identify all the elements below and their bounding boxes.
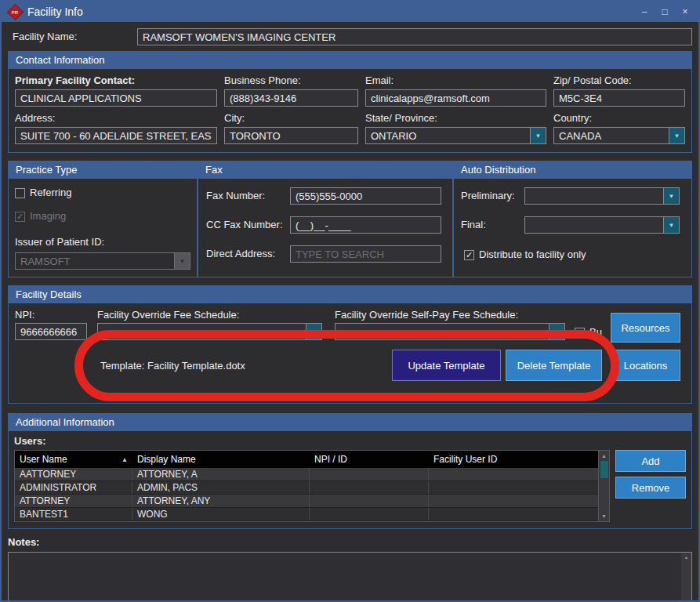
maximize-button[interactable]: □ <box>655 3 675 20</box>
scroll-up-icon[interactable]: ▲ <box>601 451 607 461</box>
facility-name-input[interactable] <box>137 28 692 45</box>
additional-information-header: Additional Information <box>9 414 691 431</box>
selfpay-fee-schedule-input[interactable] <box>335 323 549 340</box>
cell-npi-id <box>310 468 429 481</box>
address-label: Address: <box>15 112 217 125</box>
additional-information-section: Additional Information Users: User Name … <box>8 413 692 529</box>
scrollbar-thumb[interactable] <box>600 461 608 478</box>
column-header-facility-user-id[interactable]: Facility User ID <box>429 451 598 468</box>
checkbox-unchecked-icon <box>15 188 25 198</box>
primary-contact-input[interactable] <box>15 89 217 107</box>
email-input[interactable] <box>365 89 546 107</box>
state-dropdown[interactable]: ▼ <box>365 127 546 144</box>
scroll-down-icon[interactable]: ▼ <box>601 511 607 521</box>
practice-type-section: Practice Type Referring ✓ Imaging Issuer… <box>8 161 198 277</box>
cell-npi-id <box>310 508 429 520</box>
chevron-down-icon: ▼ <box>674 132 680 140</box>
fee-schedule-input[interactable] <box>97 323 306 340</box>
cell-user-name: ADMINISTRATOR <box>15 481 132 494</box>
direct-address-input[interactable] <box>290 245 441 263</box>
npi-input[interactable] <box>15 323 87 340</box>
fax-section: Fax Fax Number: CC Fax Number: Direct Ad… <box>198 161 453 277</box>
distribute-checkbox[interactable]: ✓ Distribute to facility only <box>464 248 684 261</box>
direct-address-label: Direct Address: <box>206 248 290 260</box>
imaging-checkbox: ✓ Imaging <box>15 210 190 223</box>
preliminary-input[interactable] <box>524 187 663 205</box>
checkbox-unchecked-icon <box>575 328 585 338</box>
facility-details-section: Facility Details NPI: Facility Override … <box>8 285 692 404</box>
distribute-label: Distribute to facility only <box>479 248 586 261</box>
notes-label: Notes: <box>8 536 692 549</box>
users-table-header: User Name ▲ Display Name NPI / ID Facili… <box>15 451 598 468</box>
update-template-button[interactable]: Update Template <box>392 350 501 381</box>
business-phone-label: Business Phone: <box>224 74 358 87</box>
scroll-up-icon[interactable]: ▲ <box>684 553 689 561</box>
final-dropdown[interactable]: ▼ <box>524 216 680 234</box>
facility-name-label: Facility Name: <box>13 31 137 43</box>
notes-scrollbar[interactable]: ▲ ▼ <box>681 553 691 602</box>
city-input[interactable] <box>224 127 358 144</box>
minimize-button[interactable]: – <box>634 3 655 20</box>
issuer-input <box>15 252 174 270</box>
resources-button[interactable]: Resources <box>611 313 680 343</box>
table-row[interactable]: BANTEST1 WONG <box>15 508 598 521</box>
table-row[interactable]: ADMINISTRATOR ADMIN, PACS <box>15 481 598 495</box>
cc-fax-number-label: CC Fax Number: <box>206 219 290 231</box>
country-label: Country: <box>553 112 685 125</box>
add-user-button[interactable]: Add <box>615 450 686 472</box>
issuer-dropdown-button: ▼ <box>174 252 190 270</box>
npi-label: NPI: <box>15 309 34 321</box>
table-row[interactable]: AATTORNEY ATTORNEY, A <box>15 468 598 481</box>
column-header-npi-id[interactable]: NPI / ID <box>310 451 429 468</box>
imaging-label: Imaging <box>30 210 66 223</box>
cell-npi-id <box>310 495 429 507</box>
cell-facility-user-id <box>429 481 598 494</box>
contact-information-header: Contact Information <box>9 52 691 69</box>
preliminary-label: Preliminary: <box>461 190 524 202</box>
final-input[interactable] <box>524 216 663 234</box>
partially-hidden-checkbox[interactable]: Bu <box>575 326 602 339</box>
auto-distribution-header: Auto Distribution <box>454 161 691 179</box>
fax-number-input[interactable] <box>290 187 441 205</box>
cell-facility-user-id <box>429 508 598 520</box>
users-table-scrollbar[interactable]: ▲ ▼ <box>598 451 609 521</box>
fee-schedule-dropdown-button[interactable]: ▼ <box>306 323 322 340</box>
cell-user-name: BANTEST1 <box>15 508 132 520</box>
preliminary-dropdown[interactable]: ▼ <box>524 187 680 205</box>
selfpay-fee-schedule-dropdown-button[interactable]: ▼ <box>549 323 565 340</box>
cell-display-name: ATTORNEY, ANY <box>132 495 310 507</box>
locations-button[interactable]: Locations <box>611 350 680 381</box>
close-button[interactable]: × <box>675 3 695 20</box>
address-input[interactable] <box>15 127 217 144</box>
cc-fax-number-input[interactable] <box>290 216 441 234</box>
fee-schedule-dropdown[interactable]: ▼ <box>97 323 322 340</box>
chevron-down-icon: ▼ <box>311 328 317 335</box>
template-filename-text: Template: Facility Template.dotx <box>100 360 245 372</box>
primary-contact-label: Primary Facility Contact: <box>15 74 217 87</box>
preliminary-dropdown-button[interactable]: ▼ <box>663 187 680 205</box>
notes-textarea[interactable] <box>9 553 681 602</box>
table-row[interactable]: ATTORNEY ATTORNEY, ANY <box>15 495 598 508</box>
zip-input[interactable] <box>553 89 685 107</box>
issuer-dropdown: ▼ <box>15 252 190 270</box>
country-dropdown[interactable]: ▼ <box>553 127 685 144</box>
state-input[interactable] <box>365 127 530 144</box>
country-dropdown-button[interactable]: ▼ <box>669 127 685 144</box>
cell-display-name: ATTORNEY, A <box>132 468 310 481</box>
final-dropdown-button[interactable]: ▼ <box>663 216 680 234</box>
cell-user-name: AATTORNEY <box>15 468 132 481</box>
chevron-down-icon: ▼ <box>180 258 186 265</box>
contact-information-section: Contact Information Primary Facility Con… <box>8 51 692 153</box>
app-logo-icon: PR <box>7 3 24 20</box>
referring-checkbox[interactable]: Referring <box>15 187 190 199</box>
selfpay-fee-schedule-dropdown[interactable]: ▼ <box>335 323 565 340</box>
country-input[interactable] <box>553 127 669 144</box>
remove-user-button[interactable]: Remove <box>615 477 686 499</box>
notes-field-container: ▲ ▼ <box>8 552 692 602</box>
state-dropdown-button[interactable]: ▼ <box>530 127 546 144</box>
business-phone-input[interactable] <box>224 89 358 107</box>
delete-template-button[interactable]: Delete Template <box>506 350 602 381</box>
column-header-user-name[interactable]: User Name ▲ <box>15 451 132 468</box>
city-label: City: <box>224 112 358 125</box>
column-header-display-name[interactable]: Display Name <box>132 451 310 468</box>
